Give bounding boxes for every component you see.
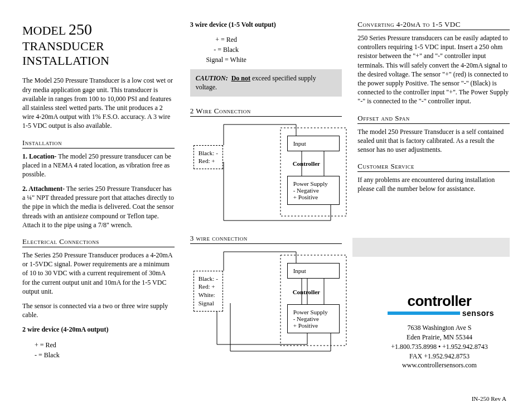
ps-l1: Power Supply [293,180,328,187]
two-wire-device-head: 2 wire device (4-20mA output) [22,325,175,334]
install-1-label: 1. Location- [22,152,56,160]
logo-sub-row: sensors [373,309,506,318]
controller-label-2wire: Controller [293,160,320,167]
logo-word-sensors: sensors [462,309,494,318]
doc-title: MODEL 250 TRANSDUCER INSTALLATION [22,20,175,68]
title-line-2: TRANSDUCER [22,39,104,53]
section-3wire-conn: 3 wire connection [190,234,342,244]
addr-line2: Eden Prairie, MN 55344 [407,333,472,341]
dev3-line1: + = Red [215,36,237,44]
column-2: 3 wire device (1-5 Volt output) + = Red … [190,20,342,365]
three-wire-device-head: 3 wire device (1-5 Volt output) [190,20,342,29]
dev2-line1: + = Red [35,341,56,349]
addr-line1: 7638 Washington Ave S [408,324,472,332]
section-2wire-conn: 2 Wire Connection [190,107,342,117]
dev3-line2: - = Black [214,46,239,54]
ps-l3: + Positive [293,194,318,200]
sensor2-l2: Red: + [199,157,215,164]
dev2-line2: - = Black [35,351,60,359]
intro-paragraph: The Model 250 Pressure Transducer is a l… [22,76,175,130]
customer-service-text: If any problems are encountered during i… [357,175,510,193]
diagram-3wire: Black: - Red: + White: Signal Input Cont… [190,247,342,359]
footer-doc-id: IN-250 Rev A [472,395,506,402]
install-step-2: 2. Attachment- The series 250 Pressure T… [22,184,175,229]
sensor2-l1: Black: - [199,150,218,156]
caution-label: CAUTION: [196,74,228,82]
input-box-2wire: Input [287,136,340,151]
install-2-label: 2. Attachment- [22,185,65,193]
section-offset: Offset and Span [357,114,510,124]
column-1: MODEL 250 TRANSDUCER INSTALLATION The Mo… [22,20,175,365]
converting-text: 250 Series Pressure transducers can be e… [357,33,510,106]
section-installation: Installation [22,138,175,148]
title-prefix: MODEL [22,23,65,37]
elec-para-2: The sensor is connected via a two or thr… [22,301,175,319]
section-electrical: Electrical Connections [22,237,175,247]
logo-blue-bar [388,312,460,315]
sensor3-l1: Black: - [199,275,218,282]
grey-strip [352,238,510,257]
addr-line5: www.controllersensors.com [402,361,477,369]
sensor3-l3: White: [199,291,215,298]
sensor-box-3wire: Black: - Red: + White: Signal [194,271,223,312]
title-line-3: INSTALLATION [22,54,109,68]
two-wire-device-list: + = Red - = Black [35,340,175,360]
caution-donot: Do not [231,74,250,82]
section-converting: Converting 4-20mA to 1-5 VDC [357,20,510,30]
title-model-number: 250 [69,21,92,38]
dev3-line3: Signal = White [206,56,246,64]
company-logo-block: controller sensors 7638 Washington Ave S… [373,293,506,370]
controller-label-3wire: Controller [293,289,320,295]
logo-word-controller: controller [373,293,506,310]
input-box-3wire: Input [287,263,340,279]
ps3-l3: + Positive [293,322,318,329]
sensor-box-2wire: Black: - Red: + [194,145,223,170]
sensor3-l2: Red: + [199,283,215,290]
offset-text: The model 250 Pressure Transducer is a s… [357,127,510,155]
addr-line4: FAX +1.952.942.8753 [409,352,470,360]
elec-para-1: The Series 250 Pressure Transducer produ… [22,251,175,296]
caution-box: CAUTION: Do not exceed specified supply … [190,69,342,96]
section-customer-service: Customer Service [357,162,510,172]
install-step-1: 1. Location- The model 250 pressure tran… [22,152,175,179]
ps-box-3wire: Power Supply - Negative + Positive [287,304,340,333]
ps-box-2wire: Power Supply - Negative + Positive [287,176,340,205]
addr-line3: +1.800.735.8998 • +1.952.942.8743 [391,343,488,351]
ps3-l1: Power Supply [293,309,328,315]
company-address: 7638 Washington Ave S Eden Prairie, MN 5… [373,323,506,370]
sensor3-l4: Signal [199,300,214,306]
diagram-2wire: Black: - Red: + Input Controller Power S… [190,120,342,226]
ps-l2: - Negative [293,187,319,194]
ps3-l2: - Negative [293,315,319,322]
three-wire-device-list: + = Red - = Black Signal = White [190,35,263,65]
